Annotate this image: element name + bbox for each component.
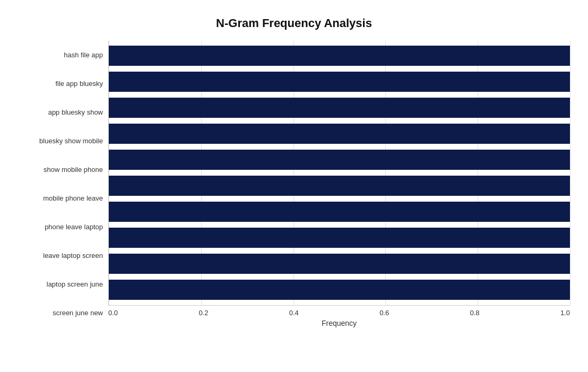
x-tick-label: 0.8 [470,309,480,317]
bar [109,46,570,66]
bars-column [109,41,570,305]
y-label: hash file app [64,51,103,59]
y-label: app bluesky show [48,108,103,117]
bar-row [109,252,570,275]
y-label: phone leave laptop [45,223,103,231]
bar [109,202,570,222]
bar [109,280,570,300]
bar-row [109,70,570,93]
chart-title: N-Gram Frequency Analysis [18,16,570,30]
y-label: screen june new [53,309,103,317]
bar [109,176,570,196]
bar-row [109,122,570,145]
chart-area: hash file appfile app blueskyapp bluesky… [18,41,570,327]
y-label: file app bluesky [55,80,103,88]
bar-row [109,200,570,223]
x-tick-label: 0.2 [198,309,208,317]
y-label: leave laptop screen [43,252,103,260]
bars-and-xaxis: 0.00.20.40.60.81.0 Frequency [108,41,570,327]
y-label: laptop screen june [47,280,103,289]
bar-row [109,44,570,67]
grid-line-100 [570,41,570,305]
bar-row [109,278,570,301]
bar [109,124,570,144]
x-tick-label: 0.6 [379,309,389,317]
bar [109,98,570,118]
bar [109,228,570,248]
bar [109,150,570,170]
x-axis-labels: 0.00.20.40.60.81.0 [108,306,570,317]
bar-row [109,226,570,249]
y-axis-labels: hash file appfile app blueskyapp bluesky… [18,41,108,327]
x-tick-label: 0.0 [108,309,118,317]
y-label: show mobile phone [44,166,103,174]
bar [109,72,570,92]
chart-container: N-Gram Frequency Analysis hash file appf… [7,6,581,367]
x-tick-label: 1.0 [560,309,570,317]
x-axis-title: Frequency [108,319,570,327]
y-label: mobile phone leave [43,194,103,203]
bars-area [108,41,570,306]
bar-row [109,174,570,197]
bar [109,254,570,274]
x-tick-label: 0.4 [289,309,299,317]
bar-row [109,148,570,171]
y-label: bluesky show mobile [39,137,103,145]
bar-row [109,96,570,119]
